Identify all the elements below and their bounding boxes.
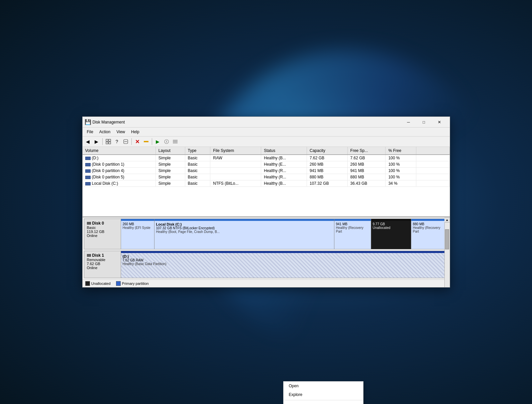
cell-type: Basic xyxy=(185,155,210,161)
col-freespace[interactable]: Free Sp... xyxy=(347,147,386,155)
partition-header-blue xyxy=(334,219,371,221)
disk0-partition-recovery1[interactable]: 941 MB Healthy (Recovery Part xyxy=(334,219,371,249)
cell-status: Healthy (B... xyxy=(261,180,307,187)
table-row[interactable]: (Disk 0 partition 5) Simple Basic Health… xyxy=(83,174,450,180)
partition-info: Healthy (Recovery Part xyxy=(336,226,369,233)
scrollbar-thumb[interactable] xyxy=(445,229,449,249)
cell-free: 941 MB xyxy=(347,168,386,174)
partition-header-black xyxy=(371,219,411,221)
context-open[interactable]: Open xyxy=(284,382,363,390)
table-row[interactable]: (Disk 0 partition 1) Simple Basic Health… xyxy=(83,161,450,168)
partition-name: Local Disk (C:) xyxy=(156,222,332,226)
svg-rect-6 xyxy=(144,141,148,142)
menu-view[interactable]: View xyxy=(113,128,128,136)
cell-free: 7.62 GB xyxy=(347,155,386,161)
cell-fs: NTFS (BitLo... xyxy=(210,180,261,187)
toolbar-grid[interactable] xyxy=(104,138,112,146)
disk0-type: Basic xyxy=(87,226,118,230)
cell-capacity: 260 MB xyxy=(307,161,348,168)
table-row[interactable]: (D:) Simple Basic RAW Healthy (B... 7.62… xyxy=(83,155,450,161)
close-button[interactable]: ✕ xyxy=(432,117,447,128)
disk-management-window: 💾 Disk Management ─ □ ✕ File Action View… xyxy=(82,116,450,288)
cell-capacity: 107.32 GB xyxy=(307,180,348,187)
partition-size: 941 MB xyxy=(336,222,369,226)
cell-free: 260 MB xyxy=(347,161,386,168)
col-type[interactable]: Type xyxy=(185,147,210,155)
cell-layout: Simple xyxy=(155,180,185,187)
table-body: (D:) Simple Basic RAW Healthy (B... 7.62… xyxy=(83,155,450,187)
maximize-button[interactable]: □ xyxy=(416,117,432,128)
cell-pct: 100 % xyxy=(386,168,416,174)
cell-layout: Simple xyxy=(155,168,185,174)
col-volume[interactable]: Volume xyxy=(83,147,156,155)
cell-pct: 100 % xyxy=(386,174,416,180)
svg-rect-3 xyxy=(109,142,111,144)
menu-help[interactable]: Help xyxy=(128,128,142,136)
title-bar-controls: ─ □ ✕ xyxy=(401,117,447,128)
cell-volume: (D:) xyxy=(83,155,156,161)
toolbar-more[interactable] xyxy=(171,138,179,146)
col-status[interactable]: Status xyxy=(261,147,307,155)
toolbar: ◀ ▶ ? ✕ ▶ xyxy=(83,137,450,147)
disk0-partition-c[interactable]: Local Disk (C:) 107.32 GB NTFS (BitLocke… xyxy=(154,219,334,249)
scroll-up-btn[interactable]: ▲ xyxy=(444,217,450,223)
col-extra xyxy=(416,147,449,155)
disk0-row: Disk 0 Basic 119.12 GB Online 260 MB H xyxy=(84,219,448,249)
toolbar-help[interactable]: ? xyxy=(113,138,121,146)
partition-header-darkblue xyxy=(121,251,448,253)
cell-capacity: 7.62 GB xyxy=(307,155,348,161)
disk1-row: Disk 1 Removable 7.62 GB Online (D:) 7.6… xyxy=(84,251,448,278)
partition-header-blue xyxy=(121,219,154,221)
disk0-partitions: 260 MB Healthy (EFI Syste Local Disk (C:… xyxy=(121,219,448,249)
toolbar-separator-3 xyxy=(152,138,152,145)
toolbar-forward[interactable]: ▶ xyxy=(93,138,101,146)
minimize-button[interactable]: ─ xyxy=(401,117,416,128)
disk1-partitions: (D:) 7.62 GB RAW Healthy (Basic Data Par… xyxy=(121,251,448,278)
menu-action[interactable]: Action xyxy=(96,128,113,136)
cell-pct: 100 % xyxy=(386,155,416,161)
disk-icon xyxy=(85,163,91,166)
cell-volume: (Disk 0 partition 1) xyxy=(83,161,156,168)
table-row[interactable]: (Disk 0 partition 4) Simple Basic Health… xyxy=(83,168,450,174)
partition-info: Unallocated xyxy=(373,226,409,230)
context-explore[interactable]: Explore xyxy=(284,390,363,399)
col-capacity[interactable]: Capacity xyxy=(307,147,348,155)
cell-volume: Local Disk (C:) xyxy=(83,180,156,187)
toolbar-separator-2 xyxy=(131,138,132,145)
toolbar-properties[interactable] xyxy=(163,138,171,146)
disk0-partition-efi[interactable]: 260 MB Healthy (EFI Syste xyxy=(121,219,154,249)
disk0-partition-recovery2[interactable]: 880 MB Healthy (Recovery Part xyxy=(411,219,448,249)
toolbar-delete[interactable]: ✕ xyxy=(133,138,141,146)
col-percentfree[interactable]: % Free xyxy=(386,147,416,155)
svg-rect-1 xyxy=(109,139,111,141)
cell-volume: (Disk 0 partition 5) xyxy=(83,174,156,180)
disk1-name: Disk 1 xyxy=(92,253,104,258)
title-bar-text: Disk Management xyxy=(93,120,401,125)
col-layout[interactable]: Layout xyxy=(155,147,185,155)
disk0-size: 119.12 GB xyxy=(87,230,118,234)
partition-name: (D:) xyxy=(123,254,446,258)
cell-fs xyxy=(210,161,261,168)
scrollbar[interactable]: ▲ xyxy=(444,217,450,287)
col-filesystem[interactable]: File System xyxy=(210,147,261,155)
table-row[interactable]: Local Disk (C:) Simple Basic NTFS (BitLo… xyxy=(83,180,450,187)
toolbar-arrow[interactable] xyxy=(142,138,150,146)
toolbar-add[interactable]: ▶ xyxy=(154,138,162,146)
disk-icon xyxy=(85,176,91,179)
legend: Unallocated Primary partition xyxy=(83,279,450,287)
disk1-size: 7.62 GB xyxy=(87,262,118,266)
legend-box-primary xyxy=(116,281,121,286)
menu-file[interactable]: File xyxy=(84,128,96,136)
cell-capacity: 880 MB xyxy=(307,174,348,180)
partition-header-blue xyxy=(411,219,448,221)
context-separator-1 xyxy=(284,400,363,400)
toolbar-refresh[interactable] xyxy=(122,138,130,146)
disk0-partition-unallocated[interactable]: 9.77 GB Unallocated xyxy=(371,219,411,249)
partition-size: 7.62 GB RAW xyxy=(123,258,446,262)
toolbar-back[interactable]: ◀ xyxy=(84,138,92,146)
cell-type: Basic xyxy=(185,161,210,168)
cell-fs: RAW xyxy=(210,155,261,161)
cell-pct: 100 % xyxy=(386,161,416,168)
partition-size: 107.32 GB NTFS (BitLocker Encrypted) xyxy=(156,226,332,230)
disk1-partition-d[interactable]: (D:) 7.62 GB RAW Healthy (Basic Data Par… xyxy=(121,251,448,278)
